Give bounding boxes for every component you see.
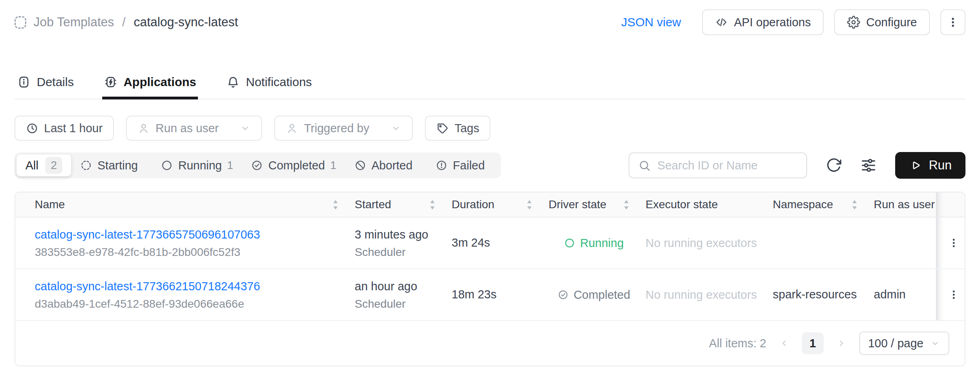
column-header-driver-state[interactable]: Driver state <box>542 192 639 217</box>
top-bar: Job Templates / catalog-sync-latest JSON… <box>15 8 965 36</box>
executor-state-label: No running executors <box>646 237 766 250</box>
triggered-by-filter[interactable]: Triggered by <box>274 116 413 141</box>
page-size-label: 100 / page <box>868 337 923 350</box>
toolbar-right: Run <box>629 152 965 179</box>
row-kebab-button[interactable] <box>944 285 963 304</box>
breadcrumb-separator: / <box>121 15 126 30</box>
name-cell: catalog-sync-latest-1773665750696107063 … <box>15 218 348 268</box>
column-header-actions <box>936 192 965 217</box>
sort-carets-icon[interactable] <box>852 199 858 210</box>
dashed-circle-icon <box>80 159 92 171</box>
api-operations-label: API operations <box>734 16 811 29</box>
tab-notifications-label: Notifications <box>246 75 312 89</box>
top-actions: JSON view API operations Configure <box>621 9 965 35</box>
row-actions-cell <box>936 218 965 268</box>
application-link[interactable]: catalog-sync-latest-1773665750696107063 <box>35 227 348 243</box>
bell-icon <box>226 75 240 89</box>
code-icon <box>715 16 728 29</box>
executor-state-cell: No running executors <box>639 269 766 320</box>
status-filter-starting[interactable]: Starting <box>71 154 152 176</box>
application-id: d3abab49-1cef-4512-88ef-93de066ea66e <box>35 298 348 311</box>
table-row: catalog-sync-latest-1773665750696107063 … <box>15 218 965 269</box>
column-header-namespace[interactable]: Namespace <box>766 192 867 217</box>
gear-icon <box>847 16 860 29</box>
status-completed-label: Completed <box>268 159 325 172</box>
column-settings-button[interactable] <box>860 157 877 173</box>
kebab-icon <box>947 16 959 28</box>
column-header-run-as-user[interactable]: Run as user <box>867 192 936 217</box>
driver-state-cell: Completed <box>542 269 639 320</box>
status-running-label: Running <box>178 159 222 172</box>
row-actions-cell <box>936 269 965 320</box>
status-filter-completed[interactable]: Completed 1 <box>242 154 345 176</box>
started-cell: an hour ago Scheduler <box>348 269 445 320</box>
driver-state-label: Completed <box>574 288 630 302</box>
check-circle-icon <box>251 159 263 171</box>
tab-details[interactable]: Details <box>15 75 76 99</box>
tab-bar: Details Applications Notifications <box>15 75 965 99</box>
status-filter-running[interactable]: Running 1 <box>152 154 242 176</box>
status-filter-aborted[interactable]: Aborted <box>345 154 427 176</box>
refresh-button[interactable] <box>826 157 842 173</box>
time-range-filter[interactable]: Last 1 hour <box>15 116 114 141</box>
row-kebab-button[interactable] <box>944 233 963 253</box>
play-icon <box>909 159 922 172</box>
user-icon <box>137 122 150 135</box>
more-actions-button[interactable] <box>940 9 965 35</box>
duration-cell: 18m 23s <box>445 269 542 320</box>
status-filter-failed[interactable]: Failed <box>427 154 499 176</box>
run-button[interactable]: Run <box>895 152 965 179</box>
time-range-label: Last 1 hour <box>44 122 103 135</box>
configure-button[interactable]: Configure <box>834 9 930 35</box>
column-header-name[interactable]: Name <box>15 192 348 217</box>
sort-carets-icon[interactable] <box>526 199 532 210</box>
job-template-page: Job Templates / catalog-sync-latest JSON… <box>0 8 980 376</box>
namespace-cell: spark-resources <box>766 269 867 320</box>
next-page-button[interactable] <box>836 338 847 349</box>
slash-circle-icon <box>354 159 366 171</box>
tab-applications[interactable]: Applications <box>102 75 198 99</box>
tab-notifications[interactable]: Notifications <box>225 75 313 99</box>
user-icon <box>286 122 298 135</box>
json-view-link[interactable]: JSON view <box>621 15 681 29</box>
run-as-user-value: admin <box>874 287 936 302</box>
application-link[interactable]: catalog-sync-latest-1773662150718244376 <box>35 279 348 294</box>
page-size-select[interactable]: 100 / page <box>859 332 949 355</box>
prev-page-button[interactable] <box>778 338 790 349</box>
status-starting-label: Starting <box>97 159 138 172</box>
table-footer: All items: 2 1 100 / page <box>15 321 965 365</box>
exclamation-circle-icon <box>435 159 448 171</box>
column-header-started[interactable]: Started <box>348 192 445 217</box>
namespace-cell <box>766 218 867 268</box>
run-button-label: Run <box>929 158 952 173</box>
tags-filter[interactable]: Tags <box>425 116 490 141</box>
sort-carets-icon[interactable] <box>623 199 629 210</box>
sort-carets-icon[interactable] <box>429 199 435 210</box>
refresh-icon <box>826 157 842 173</box>
started-cell: 3 minutes ago Scheduler <box>348 218 445 268</box>
triggered-by-filter-label: Triggered by <box>304 122 369 135</box>
sort-carets-icon[interactable] <box>332 199 339 210</box>
column-header-duration[interactable]: Duration <box>445 192 542 217</box>
status-filter-all[interactable]: All 2 <box>17 154 71 176</box>
tags-filter-label: Tags <box>454 122 479 135</box>
breadcrumb-parent-link[interactable]: Job Templates <box>34 15 114 30</box>
column-label: Run as user <box>874 198 935 211</box>
info-icon <box>17 75 31 89</box>
column-label: Duration <box>452 198 494 211</box>
search-box <box>629 152 807 178</box>
column-header-executor-state[interactable]: Executor state <box>639 192 766 217</box>
name-cell: catalog-sync-latest-1773662150718244376 … <box>15 269 348 320</box>
applications-table: Name Started Duration Driver state <box>15 192 965 366</box>
status-filter-segmented: All 2 Starting Running 1 <box>15 152 501 178</box>
circle-icon <box>161 159 173 171</box>
tab-details-label: Details <box>37 75 74 89</box>
started-time: 3 minutes ago <box>355 227 445 243</box>
run-as-user-filter[interactable]: Run as user <box>126 116 262 141</box>
api-operations-button[interactable]: API operations <box>702 9 824 35</box>
search-input[interactable] <box>657 159 797 172</box>
current-page-button[interactable]: 1 <box>802 332 824 354</box>
running-circle-icon <box>564 237 575 249</box>
triggered-by: Scheduler <box>355 246 445 259</box>
run-as-user-cell <box>867 218 936 268</box>
